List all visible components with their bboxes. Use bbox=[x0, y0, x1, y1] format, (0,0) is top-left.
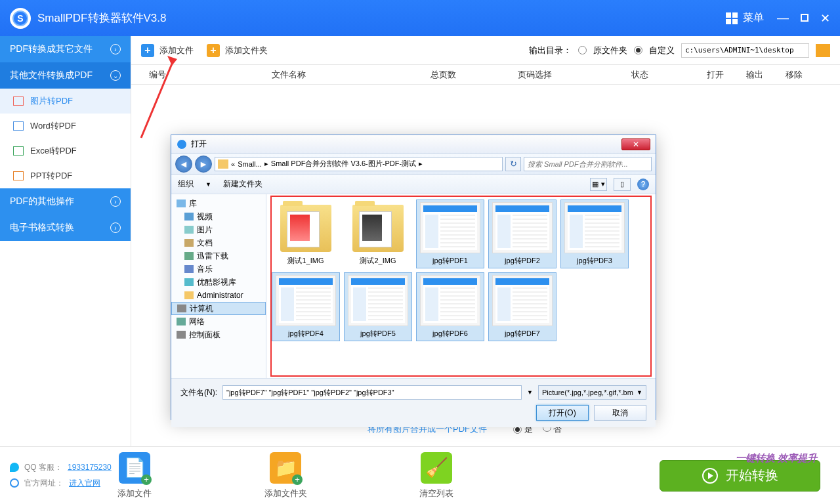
sidebar-item-excel-to-pdf[interactable]: Excel转PDF bbox=[0, 138, 131, 163]
tagline: 一键转换 效率提升 bbox=[736, 452, 817, 465]
file-item[interactable]: jpg转PDF7 bbox=[488, 272, 556, 341]
filename-input[interactable] bbox=[222, 385, 522, 400]
dialog-footer: 文件名(N): ▼ Picture(*.jpg,*.jpeg,*.gif,*.b… bbox=[171, 378, 656, 427]
image-thumbnail bbox=[492, 202, 553, 253]
sidebar-cat-other-to-pdf[interactable]: 其他文件转换成PDF ⌄ bbox=[0, 62, 131, 89]
tree-control-panel[interactable]: 控制面板 bbox=[171, 328, 266, 341]
col-page-select: 页码选择 bbox=[486, 69, 584, 81]
add-folder-button[interactable]: + 添加文件夹 bbox=[207, 44, 268, 57]
sidebar-item-word-to-pdf[interactable]: Word转PDF bbox=[0, 114, 131, 138]
file-item[interactable]: jpg转PDF6 bbox=[416, 272, 484, 341]
folder-item[interactable]: 测试1_IMG bbox=[272, 200, 340, 268]
broom-icon: 🧹 bbox=[421, 452, 452, 484]
sidebar-cat-ebook[interactable]: 电子书格式转换 › bbox=[0, 215, 131, 241]
output-path-input[interactable] bbox=[681, 43, 809, 58]
browse-folder-button[interactable] bbox=[816, 44, 830, 57]
sidebar-cat-pdf-other-ops[interactable]: PDF的其他操作 › bbox=[0, 188, 131, 215]
add-file-button[interactable]: + 添加文件 bbox=[141, 44, 194, 57]
tree-downloads[interactable]: 迅雷下载 bbox=[171, 249, 266, 262]
play-icon bbox=[702, 468, 718, 484]
output-section: 输出目录： 原文件夹 自定义 bbox=[529, 43, 830, 58]
sidebar-item-img-to-pdf[interactable]: 图片转PDF bbox=[0, 89, 131, 114]
plus-icon: + bbox=[141, 44, 154, 57]
file-item[interactable]: jpg转PDF2 bbox=[488, 200, 556, 268]
col-open: 打开 bbox=[696, 69, 735, 81]
folder-icon bbox=[352, 205, 404, 252]
bottom-clear-list[interactable]: 🧹 清空列表 bbox=[361, 452, 512, 499]
sidebar-cat-pdf-to-other[interactable]: PDF转换成其它文件 › bbox=[0, 36, 131, 62]
tree-computer[interactable]: 计算机 bbox=[171, 302, 266, 315]
nav-forward-button[interactable]: ► bbox=[195, 156, 212, 173]
col-index: 编号 bbox=[138, 69, 177, 81]
word-icon bbox=[13, 121, 24, 131]
file-plus-icon: 📄+ bbox=[119, 452, 150, 484]
organize-button[interactable]: 组织 bbox=[178, 178, 194, 190]
excel-icon bbox=[13, 146, 24, 156]
footer-info: QQ 客服： 1933175230 官方网址： 进入官网 bbox=[10, 459, 112, 491]
dialog-titlebar: 打开 ✕ bbox=[171, 135, 656, 154]
tree-documents[interactable]: 文档 bbox=[171, 236, 266, 249]
search-input[interactable] bbox=[524, 157, 652, 171]
browser-icon bbox=[10, 478, 19, 488]
file-filter-select[interactable]: Picture(*.jpg,*.jpeg,*.gif,*.bm▼ bbox=[538, 385, 646, 400]
image-thumbnail bbox=[420, 202, 480, 253]
refresh-button[interactable]: ↻ bbox=[505, 157, 521, 171]
tree-library[interactable]: 库 bbox=[171, 197, 266, 210]
tree-administrator[interactable]: Administrator bbox=[171, 289, 266, 302]
preview-pane-button[interactable]: ▯ bbox=[614, 178, 631, 191]
view-mode-button[interactable]: ▦ ▾ bbox=[590, 178, 607, 191]
close-button[interactable]: ✕ bbox=[820, 11, 830, 26]
nav-back-button[interactable]: ◄ bbox=[175, 156, 192, 173]
qq-link[interactable]: 1933175230 bbox=[68, 463, 112, 472]
image-thumbnail bbox=[420, 275, 480, 326]
dialog-toolbar: 组织▼ 新建文件夹 ▦ ▾ ▯ ? bbox=[171, 175, 656, 194]
library-icon bbox=[177, 200, 186, 207]
tree-music[interactable]: 音乐 bbox=[171, 262, 266, 276]
official-site-link[interactable]: 进入官网 bbox=[69, 478, 100, 489]
picture-icon bbox=[184, 226, 194, 234]
radio-custom-folder[interactable] bbox=[634, 46, 642, 54]
col-output: 输出 bbox=[735, 69, 774, 81]
output-label: 输出目录： bbox=[529, 45, 572, 56]
sidebar-item-ppt-to-pdf[interactable]: PPT转PDF bbox=[0, 163, 131, 188]
open-button[interactable]: 打开(O) bbox=[536, 405, 589, 421]
chevron-down-icon: ⌄ bbox=[110, 70, 121, 81]
tree-video[interactable]: 视频 bbox=[171, 210, 266, 223]
tree-youku[interactable]: 优酷影视库 bbox=[171, 276, 266, 289]
tree-pictures[interactable]: 图片 bbox=[171, 223, 266, 236]
network-icon bbox=[177, 318, 186, 326]
help-button[interactable]: ? bbox=[637, 178, 649, 190]
folder-item[interactable]: 测试2_IMG bbox=[344, 200, 412, 268]
dialog-close-button[interactable]: ✕ bbox=[621, 138, 650, 150]
new-folder-button[interactable]: 新建文件夹 bbox=[223, 178, 262, 190]
image-thumbnail bbox=[492, 275, 553, 326]
tree-network[interactable]: 网络 bbox=[171, 315, 266, 328]
dialog-title: 打开 bbox=[191, 138, 207, 150]
chevron-right-icon: › bbox=[110, 222, 121, 233]
ppt-icon bbox=[13, 171, 24, 180]
titlebar: S SmallPDF转换器软件V3.8 菜单 — ✕ bbox=[0, 0, 840, 36]
breadcrumb[interactable]: « Small...▸ Small PDF合并分割软件 V3.6-图片-PDF-… bbox=[215, 157, 503, 171]
file-item[interactable]: jpg转PDF5 bbox=[344, 272, 412, 341]
folder-tree: 库 视频 图片 文档 迅雷下载 音乐 优酷影视库 Administrator 计… bbox=[171, 194, 266, 378]
user-folder-icon bbox=[184, 291, 194, 299]
video-icon bbox=[184, 213, 194, 220]
file-item[interactable]: jpg转PDF4 bbox=[272, 272, 340, 341]
app-title: SmallPDF转换器软件V3.8 bbox=[37, 10, 726, 26]
filename-label: 文件名(N): bbox=[180, 387, 217, 398]
youku-icon bbox=[184, 278, 194, 286]
download-icon bbox=[184, 252, 194, 260]
sidebar: PDF转换成其它文件 › 其他文件转换成PDF ⌄ 图片转PDF Word转PD… bbox=[0, 36, 131, 446]
radio-original-folder[interactable] bbox=[578, 46, 587, 54]
file-open-dialog: 打开 ✕ ◄ ► « Small...▸ Small PDF合并分割软件 V3.… bbox=[171, 135, 656, 420]
cancel-button[interactable]: 取消 bbox=[594, 405, 646, 421]
menu-button[interactable]: 菜单 bbox=[726, 11, 764, 25]
file-item[interactable]: jpg转PDF1 bbox=[416, 200, 484, 268]
image-thumbnail bbox=[564, 202, 625, 253]
file-item[interactable]: jpg转PDF3 bbox=[560, 200, 629, 268]
grid-icon bbox=[726, 12, 738, 24]
maximize-button[interactable] bbox=[801, 11, 808, 26]
minimize-button[interactable]: — bbox=[777, 11, 789, 26]
bottom-add-folder[interactable]: 📁+ 添加文件夹 bbox=[210, 452, 361, 499]
folder-icon bbox=[280, 205, 331, 252]
